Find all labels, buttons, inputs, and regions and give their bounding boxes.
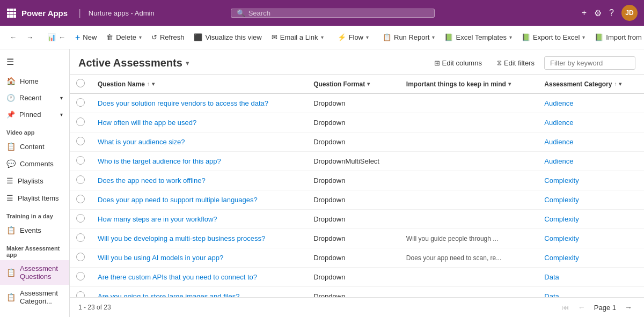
select-all-checkbox[interactable] [70, 75, 91, 94]
col-important-things[interactable]: Important things to keep in mind ▾ [400, 75, 538, 94]
cell-question-name-1[interactable]: How often will the app be used? [91, 113, 307, 132]
export-excel-button[interactable]: 📗 Export to Excel ▾ [517, 31, 589, 44]
question-link-0[interactable]: Does your solution require vendors to ac… [98, 99, 268, 107]
sidebar-item-assessment-categories[interactable]: 📋 Assessment Categori... [0, 285, 69, 309]
cell-question-name-3[interactable]: Who is the target audience for this app? [91, 152, 307, 171]
search-input[interactable] [248, 9, 429, 17]
question-link-3[interactable]: Who is the target audience for this app? [98, 157, 221, 165]
question-link-9[interactable]: Are there custom APIs that you need to c… [98, 273, 257, 281]
cell-assessment-category-0[interactable]: Audience [538, 94, 644, 113]
video-app-header: Video app [0, 123, 69, 138]
sidebar-item-home[interactable]: 🏠 Home [0, 72, 69, 90]
show-chart-button[interactable]: 📊 ← [43, 31, 70, 44]
row-checkbox-2[interactable] [70, 132, 91, 152]
sidebar-item-assessment-questions[interactable]: 📋 Assessment Questions [0, 260, 69, 285]
page-title-chevron[interactable]: ▾ [186, 59, 189, 67]
edit-filters-button[interactable]: ⧖ Edit filters [492, 56, 540, 70]
flow-button[interactable]: ⚡ Flow ▾ [333, 31, 373, 44]
settings-icon[interactable]: ⚙ [594, 8, 602, 18]
row-checkbox-5[interactable] [70, 190, 91, 210]
pinned-chevron: ▾ [60, 112, 63, 117]
next-page-button[interactable]: → [621, 302, 635, 313]
cell-assessment-category-6[interactable]: Complexity [538, 210, 644, 229]
sidebar-item-playlist-items[interactable]: ☰ Playlist Items [0, 189, 69, 207]
email-link-button[interactable]: ✉ Email a Link ▾ [267, 31, 328, 44]
question-link-6[interactable]: How many steps are in your workflow? [98, 215, 217, 223]
cell-assessment-category-1[interactable]: Audience [538, 113, 644, 132]
question-link-8[interactable]: Will you be using AI models in your app? [98, 254, 223, 262]
excel-templates-button[interactable]: 📗 Excel Templates ▾ [440, 31, 516, 44]
avatar[interactable]: JD [621, 5, 638, 21]
cell-assessment-category-2[interactable]: Audience [538, 132, 644, 152]
question-link-5[interactable]: Does your app need to support multiple l… [98, 196, 258, 204]
row-checkbox-3[interactable] [70, 152, 91, 171]
sidebar-item-comments[interactable]: 💬 Comments [0, 155, 69, 172]
row-checkbox-8[interactable] [70, 248, 91, 268]
delete-button[interactable]: 🗑 Delete ▾ [102, 31, 146, 44]
cell-assessment-category-3[interactable]: Audience [538, 152, 644, 171]
question-link-10[interactable]: Are you going to store large images and … [98, 292, 240, 297]
row-checkbox-10[interactable] [70, 287, 91, 298]
sidebar-item-content[interactable]: 📋 Content [0, 138, 69, 155]
visualize-button[interactable]: ⬛ Visualize this view [189, 31, 266, 44]
question-link-7[interactable]: Will you be developing a multi-step busi… [98, 234, 265, 242]
first-page-button[interactable]: ⏮ [559, 302, 573, 313]
sidebar-item-pinned[interactable]: 📌 Pinned ▾ [0, 106, 69, 123]
row-checkbox-6[interactable] [70, 210, 91, 229]
row-checkbox-4[interactable] [70, 171, 91, 190]
sidebar-item-playlists[interactable]: ☰ Playlists [0, 172, 69, 189]
cell-question-name-5[interactable]: Does your app need to support multiple l… [91, 190, 307, 210]
new-button[interactable]: + New [71, 30, 101, 45]
cell-question-name-4[interactable]: Does the app need to work offline? [91, 171, 307, 190]
search-box[interactable]: 🔍 [231, 9, 435, 18]
help-icon[interactable]: ? [609, 8, 614, 18]
maker-assessment-header: Maker Assessment app [0, 239, 69, 260]
sidebar-menu-icon[interactable]: ☰ [0, 51, 69, 72]
filter-chevron-assessment-category: ▾ [619, 81, 621, 87]
cell-assessment-category-9[interactable]: Data [538, 268, 644, 287]
cell-assessment-category-7[interactable]: Complexity [538, 229, 644, 248]
cell-assessment-category-4[interactable]: Complexity [538, 171, 644, 190]
sidebar-item-events[interactable]: 📋 Events [0, 222, 69, 239]
plus-icon[interactable]: + [582, 8, 587, 18]
cell-question-name-8[interactable]: Will you be using AI models in your app? [91, 248, 307, 268]
excel-templates-chevron: ▾ [509, 34, 512, 40]
cell-question-format-4: Dropdown [307, 171, 400, 190]
cell-question-name-7[interactable]: Will you be developing a multi-step busi… [91, 229, 307, 248]
filter-keyword-input[interactable] [544, 56, 635, 70]
excel-templates-icon: 📗 [444, 33, 453, 41]
question-link-4[interactable]: Does the app need to work offline? [98, 176, 206, 185]
question-link-1[interactable]: How often will the app be used? [98, 119, 196, 127]
cell-question-name-10[interactable]: Are you going to store large images and … [91, 287, 307, 298]
app-grid-icon[interactable] [6, 8, 16, 18]
row-checkbox-7[interactable] [70, 229, 91, 248]
col-question-name[interactable]: Question Name ↑ ▾ [91, 75, 307, 94]
table-container: Question Name ↑ ▾ Question Format ▾ [70, 75, 644, 297]
edit-columns-button[interactable]: ⊞ Edit columns [429, 56, 487, 70]
cell-assessment-category-5[interactable]: Complexity [538, 190, 644, 210]
svg-rect-3 [7, 12, 10, 14]
run-report-button[interactable]: 📋 Run Report ▾ [378, 31, 439, 44]
sort-icon-assessment-category: ↑ [614, 81, 617, 87]
table-row: How often will the app be used? Dropdown… [70, 113, 644, 132]
col-assessment-category[interactable]: Assessment Category ↑ ▾ [538, 75, 644, 94]
sidebar-item-recent[interactable]: 🕐 Recent ▾ [0, 90, 69, 106]
import-excel-button[interactable]: 📗 Import from Excel ▾ [590, 31, 644, 44]
cell-question-name-0[interactable]: Does your solution require vendors to ac… [91, 94, 307, 113]
refresh-button[interactable]: ↺ Refresh [147, 31, 189, 44]
prev-page-button[interactable]: ← [575, 302, 589, 313]
template-app-header: Template app [0, 309, 69, 317]
nav-back-button[interactable]: ← [5, 31, 21, 44]
row-checkbox-9[interactable] [70, 268, 91, 287]
cell-question-name-2[interactable]: What is your audience size? [91, 132, 307, 152]
cell-assessment-category-8[interactable]: Complexity [538, 248, 644, 268]
new-icon: + [75, 33, 80, 42]
cell-assessment-category-10[interactable]: Data [538, 287, 644, 298]
nav-forward-button[interactable]: → [22, 31, 38, 44]
col-question-format[interactable]: Question Format ▾ [307, 75, 400, 94]
question-link-2[interactable]: What is your audience size? [98, 138, 185, 146]
cell-question-name-6[interactable]: How many steps are in your workflow? [91, 210, 307, 229]
cell-question-name-9[interactable]: Are there custom APIs that you need to c… [91, 268, 307, 287]
row-checkbox-0[interactable] [70, 94, 91, 113]
row-checkbox-1[interactable] [70, 113, 91, 132]
